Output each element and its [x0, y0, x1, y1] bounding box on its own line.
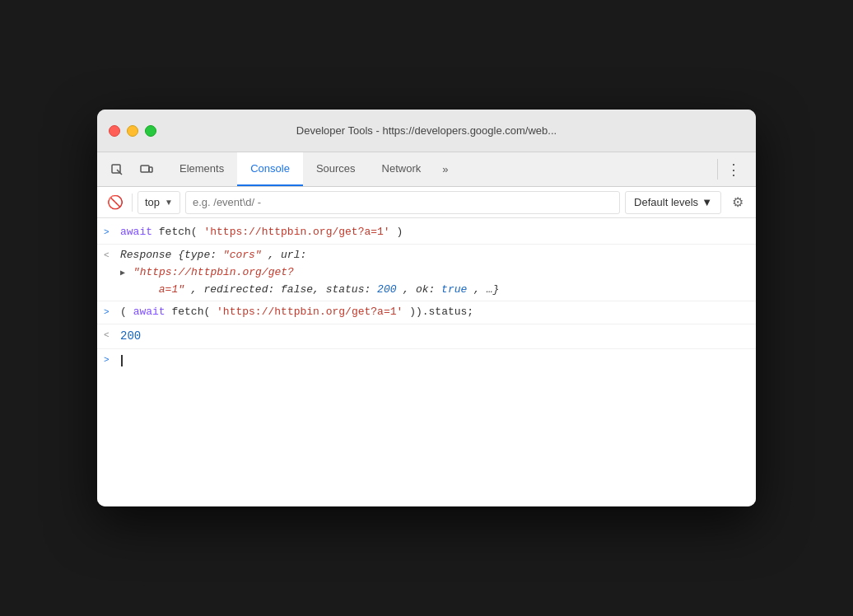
response-text: Response {type:	[120, 249, 223, 261]
devtools-icon-group	[104, 152, 160, 186]
fetch-url-3: 'https://httpbin.org/get?a=1'	[217, 306, 403, 318]
status-200: 200	[120, 329, 141, 343]
fetch-fn: fetch(	[159, 226, 198, 238]
title-bar: Developer Tools - https://developers.goo…	[97, 110, 756, 152]
minimize-button[interactable]	[127, 125, 138, 137]
log-levels-button[interactable]: Default levels ▼	[625, 191, 721, 214]
tab-sources[interactable]: Sources	[303, 152, 369, 186]
svg-rect-1	[141, 166, 149, 172]
devtools-tabs-bar: Elements Console Sources Network » ⋮	[97, 152, 756, 187]
console-cursor	[121, 355, 123, 366]
device-toggle-button[interactable]	[133, 156, 160, 183]
clear-console-button[interactable]: 🚫	[104, 191, 127, 214]
console-line-1-content: await fetch( 'https://httpbin.org/get?a=…	[120, 224, 749, 241]
inspect-element-button[interactable]	[104, 156, 130, 183]
tab-network[interactable]: Network	[369, 152, 435, 186]
toolbar-separator-1	[132, 194, 133, 212]
fetch-fn-3: fetch(	[171, 306, 210, 318]
traffic-lights	[109, 125, 156, 137]
window-title: Developer Tools - https://developers.goo…	[296, 124, 557, 137]
console-line-3-content: ( await fetch( 'https://httpbin.org/get?…	[120, 304, 749, 321]
keyword-await: await	[120, 226, 159, 238]
context-selector[interactable]: top ▼	[138, 191, 180, 214]
svg-rect-2	[149, 167, 152, 172]
fetch-url-1: 'https://httpbin.org/get?a=1'	[203, 226, 389, 238]
more-tabs-button[interactable]: »	[434, 152, 456, 186]
console-toolbar: 🚫 top ▼ Default levels ▼ ⚙	[97, 187, 756, 218]
devtools-menu-button[interactable]: ⋮	[718, 152, 749, 186]
console-settings-button[interactable]: ⚙	[726, 191, 749, 214]
console-line-3: > ( await fetch( 'https://httpbin.org/ge…	[97, 301, 756, 324]
devtools-window: Developer Tools - https://developers.goo…	[97, 110, 756, 506]
status-number: 200	[377, 283, 396, 296]
close-button[interactable]	[109, 125, 120, 137]
clear-icon: 🚫	[107, 194, 124, 210]
console-line-2-expand[interactable]: ▶ "https://httpbin.org/get? a=1" , redir…	[120, 264, 743, 299]
console-line-4: < 200	[97, 324, 756, 349]
cors-value: "cors"	[223, 249, 262, 261]
ok-label: , ok:	[403, 283, 441, 296]
console-output: > await fetch( 'https://httpbin.org/get?…	[97, 218, 756, 506]
url-label: , url:	[268, 249, 306, 261]
console-input-line[interactable]: >	[97, 349, 756, 372]
input-arrow-3: >	[104, 304, 120, 320]
ok-value: true	[441, 283, 467, 296]
tab-elements[interactable]: Elements	[166, 152, 237, 186]
levels-label: Default levels	[634, 196, 698, 208]
output-arrow-2: <	[104, 247, 120, 264]
paren-close-1: )	[397, 226, 403, 238]
paren-open-3: (	[120, 306, 127, 318]
context-arrow: ▼	[165, 198, 173, 207]
console-line-1: > await fetch( 'https://httpbin.org/get?…	[97, 222, 756, 245]
console-input-arrow: >	[104, 353, 120, 368]
output-arrow-4: <	[104, 327, 120, 343]
levels-arrow: ▼	[702, 196, 712, 208]
tab-list: Elements Console Sources Network »	[166, 152, 717, 186]
filter-input[interactable]	[185, 191, 620, 214]
console-line-2: < Response {type: "cors" , url: ▶ "https…	[97, 245, 756, 301]
maximize-button[interactable]	[145, 125, 156, 137]
keyword-await-3: await	[133, 306, 172, 318]
rest-ellipsis: , …}	[473, 283, 499, 296]
console-line-4-content: 200	[120, 327, 749, 346]
settings-icon: ⚙	[732, 194, 743, 210]
expand-icon: ▶	[120, 267, 125, 280]
response-rest: , redirected: false, status:	[191, 283, 377, 296]
context-value: top	[145, 196, 160, 208]
fetch-close-3: )).status;	[409, 306, 473, 318]
console-line-2-content: Response {type: "cors" , url:	[120, 247, 743, 264]
tab-console[interactable]: Console	[237, 152, 303, 186]
input-arrow-1: >	[104, 224, 120, 240]
